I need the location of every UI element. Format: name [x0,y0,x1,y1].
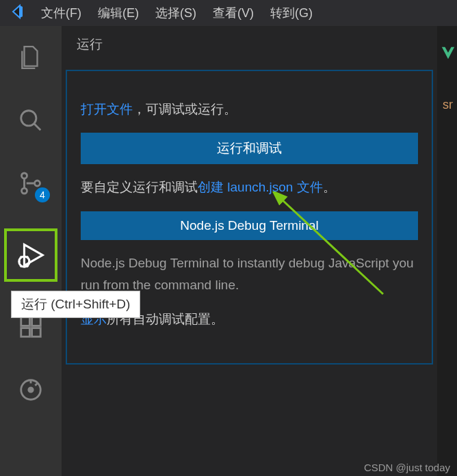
customize-line: 要自定义运行和调试创建 launch.json 文件。 [81,176,418,198]
run-sidebar: 运行 打开文件，可调试或运行。 运行和调试 要自定义运行和调试创建 launch… [62,26,438,476]
svg-point-1 [22,173,27,178]
open-file-suffix: ，可调试或运行。 [133,102,237,116]
create-launch-link[interactable]: 创建 launch.json 文件 [198,180,323,194]
source-control-icon[interactable]: 4 [13,166,49,201]
svg-rect-5 [21,317,30,326]
search-icon[interactable] [13,103,49,138]
svg-point-2 [22,188,27,194]
open-file-link[interactable]: 打开文件 [81,102,133,116]
customize-prefix: 要自定义运行和调试 [81,180,198,194]
run-panel: 打开文件，可调试或运行。 运行和调试 要自定义运行和调试创建 launch.js… [66,70,433,365]
vue-icon [441,45,456,64]
node-description: Node.js Debug Terminal to instantly debu… [81,252,418,297]
menu-edit[interactable]: 编辑(E) [98,5,139,21]
svg-rect-7 [32,328,41,337]
vscode-logo-icon [8,3,25,23]
menu-go[interactable]: 转到(G) [270,5,313,21]
menu-view[interactable]: 查看(V) [213,5,254,21]
run-debug-icon[interactable] [4,228,57,282]
svg-rect-8 [32,317,41,326]
titlebar: 文件(F) 编辑(E) 选择(S) 查看(V) 转到(G) [0,0,457,26]
run-and-debug-button[interactable]: 运行和调试 [81,133,418,164]
svg-point-3 [35,181,40,186]
watermark: CSDN @just today [364,462,450,473]
open-file-line: 打开文件，可调试或运行。 [81,98,418,120]
timeline-icon[interactable] [13,372,49,408]
svg-rect-6 [21,328,30,337]
menu-select[interactable]: 选择(S) [155,5,196,21]
activitybar: 4 [0,26,62,476]
svg-point-0 [21,111,36,126]
customize-suffix: 。 [323,180,336,194]
rightstrip-text: sr [443,98,453,112]
sidebar-title: 运行 [62,26,437,63]
node-debug-terminal-button[interactable]: Node.js Debug Terminal [81,211,418,240]
scm-badge: 4 [35,187,50,202]
explorer-icon[interactable] [13,40,49,75]
run-tooltip: 运行 (Ctrl+Shift+D) [11,291,140,318]
svg-point-10 [29,388,33,392]
menu-file[interactable]: 文件(F) [41,5,81,21]
editor-peek: sr [438,26,457,476]
